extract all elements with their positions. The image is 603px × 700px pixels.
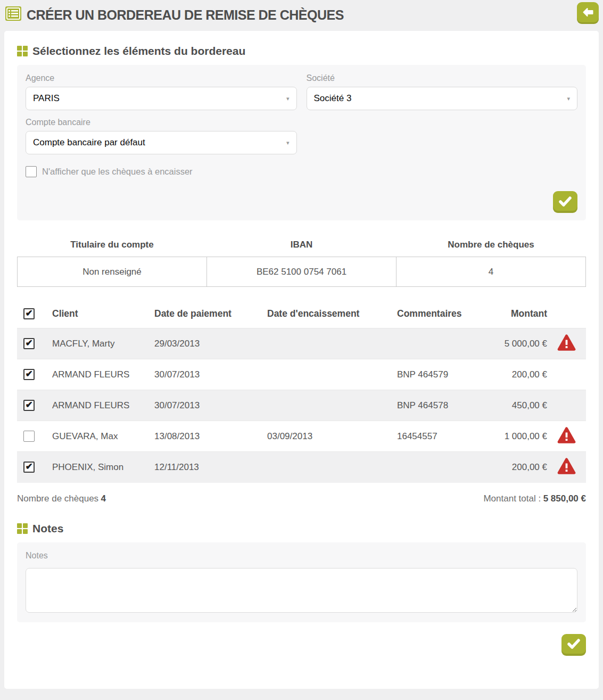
table-row: MACFLY, Marty 29/03/2013 5 000,00 € bbox=[17, 328, 586, 359]
section-title: Sélectionnez les éléments du bordereau bbox=[32, 45, 245, 57]
client-cell: PHOENIX, Simon bbox=[52, 452, 154, 483]
societe-label: Société bbox=[307, 73, 578, 83]
table-row: GUEVARA, Max 13/08/2013 03/09/2013 16454… bbox=[17, 421, 586, 452]
filter-checkbox[interactable] bbox=[26, 166, 37, 177]
back-button[interactable] bbox=[577, 2, 599, 24]
date-encaissement-cell bbox=[267, 452, 397, 483]
list-icon bbox=[5, 6, 21, 23]
commentaires-cell: BNP 464578 bbox=[397, 390, 503, 421]
societe-select[interactable]: Société 3 ▾ bbox=[307, 87, 578, 110]
count-label: Nombre de chèques bbox=[17, 493, 98, 504]
commentaires-cell bbox=[397, 452, 503, 483]
date-encaissement-cell: 03/09/2013 bbox=[267, 421, 397, 452]
field-societe: Société Société 3 ▾ bbox=[307, 73, 578, 110]
date-encaissement-cell bbox=[267, 328, 397, 359]
notes-input[interactable] bbox=[26, 568, 577, 613]
row-checkbox[interactable] bbox=[23, 400, 35, 411]
check-icon bbox=[567, 639, 580, 650]
column-header: Nombre de chèques bbox=[397, 234, 586, 257]
total-label: Montant total : bbox=[483, 493, 541, 504]
titulaire-value: Non renseigné bbox=[18, 257, 207, 287]
filter-checkbox-label: N'afficher que les chèques à encaisser bbox=[42, 167, 193, 177]
iban-value: BE62 5100 0754 7061 bbox=[207, 257, 397, 287]
montant-cell: 450,00 € bbox=[503, 390, 547, 421]
notes-label: Notes bbox=[26, 551, 577, 561]
row-checkbox[interactable] bbox=[23, 338, 35, 349]
commentaires-cell bbox=[397, 328, 503, 359]
count-value: 4 bbox=[101, 493, 106, 504]
warning-icon bbox=[557, 343, 576, 353]
date-paiement-cell: 29/03/2013 bbox=[154, 328, 267, 359]
table-row: ARMAND FLEURS 30/07/2013 BNP 464579 200,… bbox=[17, 359, 586, 390]
client-cell: GUEVARA, Max bbox=[52, 421, 154, 452]
section-header-notes: Notes bbox=[17, 522, 586, 535]
cheques-table: Client Date de paiement Date d'encaissem… bbox=[17, 301, 586, 483]
account-summary-table: Titulaire du compte IBAN Nombre de chèqu… bbox=[17, 234, 586, 287]
selection-panel: Agence PARIS ▾ Société Société 3 ▾ Compt… bbox=[17, 65, 586, 220]
page-title: CRÉER UN BORDEREAU DE REMISE DE CHÈQUES bbox=[27, 4, 344, 26]
societe-value: Société 3 bbox=[314, 93, 352, 104]
column-header-client: Client bbox=[52, 301, 154, 328]
date-paiement-cell: 30/07/2013 bbox=[154, 359, 267, 390]
select-all-checkbox[interactable] bbox=[23, 308, 35, 319]
montant-cell: 200,00 € bbox=[503, 452, 547, 483]
client-cell: MACFLY, Marty bbox=[52, 328, 154, 359]
account-summary-row: Non renseigné BE62 5100 0754 7061 4 bbox=[18, 257, 586, 287]
column-header: IBAN bbox=[207, 234, 397, 257]
warning-icon bbox=[557, 436, 576, 446]
table-row: ARMAND FLEURS 30/07/2013 BNP 464578 450,… bbox=[17, 390, 586, 421]
row-checkbox[interactable] bbox=[23, 369, 35, 380]
field-agence: Agence PARIS ▾ bbox=[26, 73, 297, 110]
cheques-count: Nombre de chèques 4 bbox=[17, 493, 106, 504]
agence-select[interactable]: PARIS ▾ bbox=[26, 87, 297, 110]
column-header-montant: Montant bbox=[503, 301, 547, 328]
warning-icon bbox=[557, 467, 576, 477]
main-card: Sélectionnez les éléments du bordereau A… bbox=[4, 31, 599, 689]
top-bar: CRÉER UN BORDEREAU DE REMISE DE CHÈQUES bbox=[0, 0, 603, 31]
client-cell: ARMAND FLEURS bbox=[52, 390, 154, 421]
table-footer: Nombre de chèques 4 Montant total : 5 85… bbox=[17, 493, 586, 504]
chevron-down-icon: ▾ bbox=[567, 95, 570, 102]
chevron-down-icon: ▾ bbox=[286, 95, 290, 102]
check-icon bbox=[559, 196, 572, 208]
client-cell: ARMAND FLEURS bbox=[52, 359, 154, 390]
row-checkbox[interactable] bbox=[23, 462, 35, 473]
column-header-date-encaissement: Date d'encaissement bbox=[267, 301, 397, 328]
filter-checkbox-row: N'afficher que les chèques à encaisser bbox=[26, 166, 577, 177]
chevron-down-icon: ▾ bbox=[286, 139, 290, 146]
table-row: PHOENIX, Simon 12/11/2013 200,00 € bbox=[17, 452, 586, 483]
date-paiement-cell: 13/08/2013 bbox=[154, 421, 267, 452]
nombre-cheques-value: 4 bbox=[397, 257, 586, 287]
compte-value: Compte bancaire par défaut bbox=[33, 137, 145, 148]
section-header-selection: Sélectionnez les éléments du bordereau bbox=[17, 45, 586, 57]
column-header-commentaires: Commentaires bbox=[397, 301, 503, 328]
date-paiement-cell: 12/11/2013 bbox=[154, 452, 267, 483]
date-paiement-cell: 30/07/2013 bbox=[154, 390, 267, 421]
commentaires-cell: BNP 464579 bbox=[397, 359, 503, 390]
date-encaissement-cell bbox=[267, 390, 397, 421]
grid-icon bbox=[17, 46, 28, 56]
total-amount: Montant total : 5 850,00 € bbox=[483, 493, 586, 504]
validate-selection-button[interactable] bbox=[553, 191, 577, 213]
column-header-date-paiement: Date de paiement bbox=[154, 301, 267, 328]
compte-select[interactable]: Compte bancaire par défaut ▾ bbox=[26, 131, 297, 154]
commentaires-cell: 16454557 bbox=[397, 421, 503, 452]
field-compte-bancaire: Compte bancaire Compte bancaire par défa… bbox=[26, 118, 297, 154]
grid-icon bbox=[17, 523, 28, 534]
column-header: Titulaire du compte bbox=[18, 234, 207, 257]
compte-label: Compte bancaire bbox=[26, 118, 297, 127]
montant-cell: 1 000,00 € bbox=[503, 421, 547, 452]
arrow-left-icon bbox=[582, 6, 594, 20]
total-value: 5 850,00 € bbox=[543, 493, 586, 504]
notes-section-title: Notes bbox=[32, 522, 63, 535]
notes-panel: Notes bbox=[17, 542, 586, 622]
row-checkbox[interactable] bbox=[23, 431, 35, 442]
agence-value: PARIS bbox=[33, 93, 60, 104]
agence-label: Agence bbox=[26, 73, 297, 83]
montant-cell: 200,00 € bbox=[503, 359, 547, 390]
submit-button[interactable] bbox=[561, 634, 586, 656]
montant-cell: 5 000,00 € bbox=[503, 328, 547, 359]
date-encaissement-cell bbox=[267, 359, 397, 390]
